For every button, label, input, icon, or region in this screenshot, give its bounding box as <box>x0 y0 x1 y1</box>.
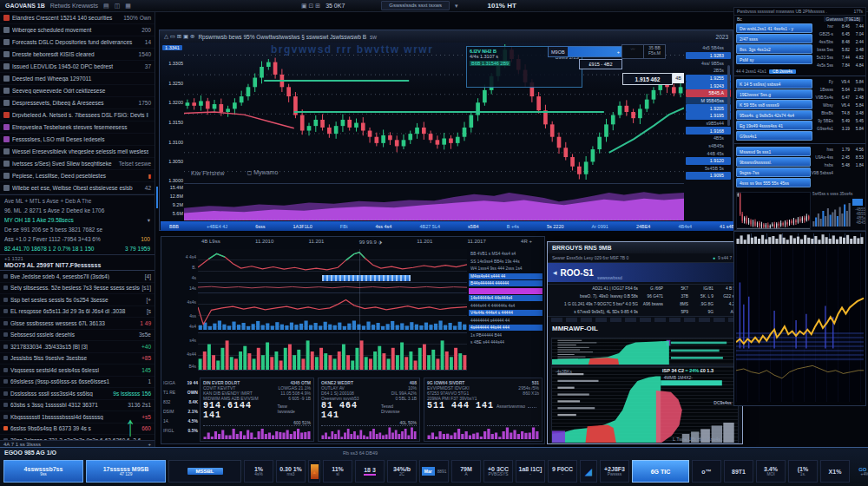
pane-2[interactable] <box>198 292 467 330</box>
pane-3[interactable] <box>198 332 467 371</box>
symbol-pill-button[interactable]: Gswsslssds ssxt tsxws <box>381 1 450 10</box>
taskbar-cell[interactable]: 79M A <box>451 460 481 483</box>
split-icon[interactable]: ◫ <box>115 3 121 10</box>
depth-chart-upper[interactable] <box>551 338 739 365</box>
watchlist-row[interactable]: Issued LEDVLIDs 1945-02 DPC bedrest 37 <box>0 61 155 73</box>
detail-row[interactable]: Ssp bet sesles sessls 5s 0s254 3sesse [+ <box>0 294 155 306</box>
detail-row[interactable]: EL resgpsse 6s5s11.3d 29 3s 6l J6s4 dl .… <box>0 306 155 319</box>
taskbar-cell[interactable]: Mar 8891 <box>419 460 449 483</box>
legend-row[interactable]: 4s444444 44s44 444 <box>469 325 542 331</box>
price-alert-chip[interactable]: £915 - 4B2 <box>579 59 622 69</box>
detail-row[interactable]: 3217833034 .35/433s15 [B] [3] +40 <box>0 341 155 353</box>
popup-titlebar[interactable]: BRRGUYS RNS 9MB <box>548 242 742 253</box>
taskbar-cell[interactable]: GO sm +4%s4 <box>852 460 868 483</box>
depth-chart-lower[interactable]: ISP 34 C2 ≈ 24% £0 1.3 4MMB 1M4X2- DC9s4… <box>551 366 739 443</box>
detail-row[interactable]: Jesslsbs 5lss 9seslve 3sesbse +85 <box>0 353 155 365</box>
taskbar-cell[interactable]: +2J8F3 Pwssss <box>600 460 629 483</box>
order-button[interactable]: Dw wsbL2ss1 41 4ss4s1 - y <box>736 23 812 33</box>
order-button[interactable]: 8ss. 3gs 4ss1s2 <box>736 44 812 54</box>
layout-icon[interactable]: ▤ <box>103 3 109 10</box>
selection-range-bar[interactable] <box>322 275 411 281</box>
toolbar-icons[interactable]: ▣ ⊡ ⊞ <box>301 3 320 10</box>
detail-row[interactable]: Dsslsslsss sssll sss3ssl4s ss6lsg 9s lss… <box>0 388 155 400</box>
legend-row[interactable]: BB 4VB1 s MS4 4ss4 s4 <box>469 251 542 257</box>
yield-chart-plot[interactable] <box>736 245 864 402</box>
detail-row[interactable]: 69slsless (9ssp-ss6lsss-ss 6sse6lsses1 1 <box>0 377 155 389</box>
legend-row[interactable]: B44s444444 444444 <box>469 280 542 286</box>
watchlist-row[interactable]: Deested med Wheega 1297011 <box>0 73 155 85</box>
grid-icon[interactable]: ▦ <box>125 3 131 10</box>
watchlist-row[interactable]: Drpvbeleed A. Netsed s. 7ibessees DSL FS… <box>0 109 155 122</box>
order-button[interactable]: 9sgss-7ss <box>736 167 811 177</box>
timeline-bar[interactable]: BBB+4BE4 4J6sss1A3F1L0FBt4ss 4s44B27 5L4… <box>161 221 749 231</box>
order-button[interactable]: PsM sy <box>736 55 812 64</box>
taskbar-cell[interactable]: 3.4% MOI <box>756 460 786 483</box>
watchlist-row[interactable]: Wibergee scheduled movement 200 <box>0 24 155 36</box>
watchlist-row[interactable]: Dresste beboresdt KISIS cleared 1540 <box>0 49 155 61</box>
taskbar-cell[interactable]: ◢ <box>580 460 597 483</box>
taskbar-cell[interactable]: MSSBL <box>168 460 241 483</box>
watchlist-row[interactable]: Wessel Eresevslblevk vhegeslee selessls … <box>0 146 155 158</box>
taskbar-cell[interactable]: 1a8 l1C] - <box>516 460 545 483</box>
table-row[interactable]: s 67vss9 9s9s5), 4L 5Ds 9-85 4 9s5P99GAL… <box>548 308 742 316</box>
table-row[interactable]: AD21.41 | IOG17 F64 6sG /66P5K7IG/814 B … <box>548 285 742 292</box>
order-button[interactable]: Eg 19s49 4ssss4ss 41 <box>736 121 812 130</box>
taskbar-cell[interactable]: 6G TIC <box>632 460 689 483</box>
taskbar-cell[interactable]: 0.30 1% ms3 <box>276 460 306 483</box>
legend-row[interactable]: W4 1sss4 9ss 444 2sss 1s4 <box>469 266 542 272</box>
legend-row[interactable]: M4ss4s44 s444 44 <box>469 273 542 279</box>
order-button[interactable]: 9bswss9ssssssl. <box>736 157 811 167</box>
taskbar-cell[interactable]: o™ <box>692 460 721 483</box>
order-button[interactable]: 95ss4s. g 9s8s5s 42s74 4s4 <box>736 110 812 120</box>
table-row[interactable]: 1 G 01.241 49s 7-9OG7C 5 bsv* 4.0 5GA96 … <box>548 300 742 308</box>
table-row[interactable]: bswO. 7). 49s0: Iswvsy 0.B 58s96 G47137B… <box>548 292 742 300</box>
order-button[interactable]: K 14 5 ss9ss) ssbss4 <box>736 79 812 89</box>
detail-row[interactable]: Sety slbsesess. 52e besless 7s3 9esse ss… <box>0 283 155 295</box>
order-button[interactable]: Mswsvd 9s sss1 <box>736 147 811 156</box>
price-box-button[interactable]: 4B <box>673 73 684 83</box>
watchlist-row[interactable]: Seeveg qeweevede Odrt cektizesese <box>0 85 155 97</box>
order-button[interactable]: K 59 55s ss8 sssss9 <box>736 100 812 109</box>
legend-row[interactable] <box>469 288 542 294</box>
taskbar-cell[interactable]: 1% 4s% <box>244 460 273 483</box>
detail-row[interactable]: Vsgssess sestsl4d sesls4ss 6slessl 145 <box>0 364 155 377</box>
taskbar-cell[interactable]: 4sswsssb7ss 9ss <box>3 460 83 483</box>
taskbar-cell[interactable]: 34%/b 2C <box>387 460 417 483</box>
legend-row[interactable]: V4s44s 444s4 s 44444 <box>469 310 542 316</box>
order-button[interactable]: 2/47 ssss <box>736 34 812 43</box>
legend-row[interactable]: 4444s44 4 444444s 4s4 <box>469 303 542 309</box>
back-icon[interactable]: ◂ <box>553 268 557 277</box>
watchlist-row[interactable]: Despressevets, Dibeeg & Areseeses 1750 <box>0 97 155 109</box>
window-icons[interactable]: △ ▭ ⊞ ▣ ⊕ <box>164 33 194 40</box>
legend-row[interactable]: 1s PB44444 B44 <box>469 332 542 338</box>
watchlist-row[interactable]: Wllebe eet ese, Welbse Obest esbslevese … <box>0 182 155 194</box>
taskbar-cell[interactable]: +0 3CC PVBGSYS <box>483 460 513 483</box>
taskbar-cell[interactable]: 9 F0CC - <box>548 460 577 483</box>
legend-row[interactable]: SS 14s9ss4 BB4s 19s 44s <box>469 259 542 265</box>
watchlist-row[interactable]: Etrepveslea Tesbelseek stesves fesemeese… <box>0 122 155 134</box>
detail-row[interactable]: Glsse ssslbssess wessess 67L 36133 1 49 <box>0 318 155 330</box>
order-button[interactable]: G9ss4s1 <box>736 131 812 141</box>
watchlist-row[interactable]: Peplese, Lesslltse, Deed peseblestes ▮ <box>0 170 155 182</box>
taskbar-cell[interactable]: 17ssssss M9SB 47 129 <box>86 460 166 483</box>
popup-toolbar[interactable]: Sewwr Esss5ds Lesy 029 6sr M9F 7B 0 ● 9 … <box>548 253 742 263</box>
watchlist-row[interactable]: Ivetsses s/Ses) Sved Sllew bseghtlseke T… <box>0 158 155 170</box>
taskbar-cell[interactable]: ▴ <box>308 460 320 483</box>
pane-1[interactable] <box>198 249 467 282</box>
order-button[interactable]: 19Ebssss' 5ss.g <box>736 89 812 99</box>
candlestick-plot[interactable]: 6.I2V NH2 B 4/4s 1.3107 s B6B 1.31546 2B… <box>184 44 684 180</box>
watchlist-row[interactable]: Elandres Crescent 15214 140 securities 1… <box>0 12 155 24</box>
watchlist-row[interactable]: Forecasts DSLC Depositories fund deliver… <box>0 36 155 49</box>
axis-scrollbar[interactable] <box>727 65 730 126</box>
group1-chip[interactable]: CB 2sss4s <box>769 69 796 74</box>
mini-window-header[interactable]: M9OB + <box>548 46 622 57</box>
selected-cell[interactable] <box>852 199 863 206</box>
taskbar-cell[interactable]: 11% sl <box>323 460 352 483</box>
legend-row[interactable]: 44444444 s44444 44 <box>469 318 542 324</box>
chart-titlebar[interactable]: △ ▭ ⊞ ▣ ⊕ Rpswmwsb bews 95% Gwwttwstwwst… <box>160 30 733 43</box>
detail-row[interactable]: Sebssesd ssslels desehls 3s5e <box>0 330 155 342</box>
order-button[interactable]: 4sss ss 9ss 555 55s 45ss <box>736 178 811 187</box>
taskbar-cell[interactable]: 18 3 <box>355 460 385 483</box>
legend-row[interactable]: s 4BE s44 444s44 <box>469 339 542 345</box>
legend-row[interactable]: 14s44444s4 44s444s4 <box>469 295 542 301</box>
